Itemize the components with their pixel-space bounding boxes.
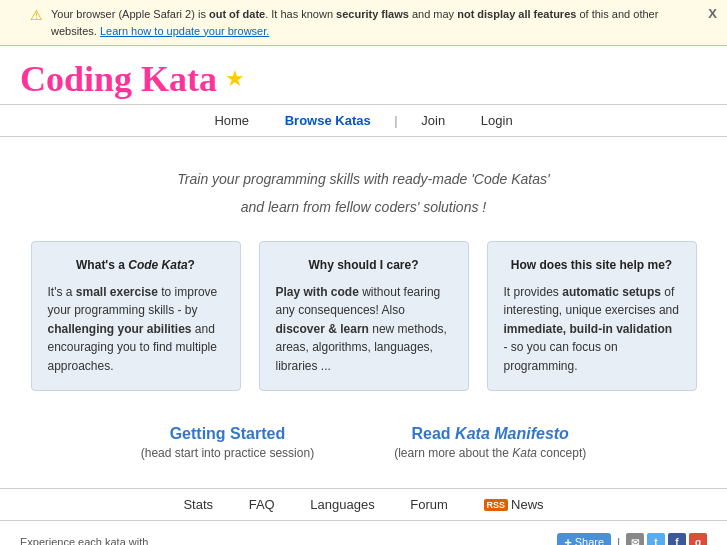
nav-divider: |: [394, 113, 397, 128]
warning-icon: ⚠: [30, 7, 43, 23]
cta-manifesto-subtitle: (learn more about the Kata concept): [394, 446, 586, 460]
cta-manifesto-title[interactable]: Read Kata Manifesto: [394, 425, 586, 443]
cta-getting-started: Getting Started (head start into practic…: [141, 425, 314, 460]
share-area: + Share | ✉ t f g: [557, 533, 707, 545]
card-why-body: Play with code without fearing any conse…: [276, 283, 452, 376]
card-what-body: It's a small exercise to improve your pr…: [48, 283, 224, 376]
hero-section: Train your programming skills with ready…: [0, 137, 727, 241]
language-list: Experience each kata with Clojure, Groov…: [20, 533, 148, 545]
cta-getting-started-title[interactable]: Getting Started: [141, 425, 314, 443]
facebook-share-icon[interactable]: f: [668, 533, 686, 545]
site-header: Coding Kata ★: [0, 46, 727, 104]
google-share-icon[interactable]: g: [689, 533, 707, 545]
main-nav: Home Browse Katas | Join Login: [0, 104, 727, 137]
nav-login[interactable]: Login: [481, 113, 513, 128]
social-icons: ✉ t f g: [626, 533, 707, 545]
title-coding: Coding: [20, 59, 141, 99]
hero-line2: and learn from fellow coders' solutions …: [40, 193, 687, 221]
title-kata: Kata: [141, 59, 217, 99]
twitter-share-icon[interactable]: t: [647, 533, 665, 545]
footer-nav-forum[interactable]: Forum: [410, 497, 448, 512]
hero-line1: Train your programming skills with ready…: [40, 165, 687, 193]
experience-label: Experience each kata with: [20, 533, 148, 545]
footer-nav-news[interactable]: RSSNews: [484, 497, 544, 512]
footer-nav-languages[interactable]: Languages: [310, 497, 374, 512]
card-why-title: Why should I care?: [276, 256, 452, 275]
share-label: Share: [575, 536, 604, 545]
share-divider: |: [617, 536, 620, 545]
cta-getting-started-subtitle: (head start into practice session): [141, 446, 314, 460]
browser-warning: ⚠ Your browser (Apple Safari 2) is out o…: [0, 0, 727, 46]
share-button[interactable]: + Share: [557, 533, 611, 545]
nav-home[interactable]: Home: [214, 113, 249, 128]
cta-section: Getting Started (head start into practic…: [0, 415, 727, 488]
warning-close-button[interactable]: X: [708, 6, 717, 21]
card-how: How does this site help me? It provides …: [487, 241, 697, 391]
rss-icon: RSS: [484, 499, 509, 511]
card-why: Why should I care? Play with code withou…: [259, 241, 469, 391]
card-how-title: How does this site help me?: [504, 256, 680, 275]
cta-kata-manifesto: Read Kata Manifesto (learn more about th…: [394, 425, 586, 460]
nav-browse-katas[interactable]: Browse Katas: [285, 113, 371, 128]
email-share-icon[interactable]: ✉: [626, 533, 644, 545]
star-icon: ★: [225, 66, 245, 92]
nav-join[interactable]: Join: [421, 113, 445, 128]
plus-icon: +: [564, 535, 572, 545]
warning-text: Your browser (Apple Safari 2) is out of …: [51, 6, 697, 39]
card-what-title: What's a Code Kata?: [48, 256, 224, 275]
update-browser-link[interactable]: Learn how to update your browser.: [100, 25, 269, 37]
footer-nav: Stats FAQ Languages Forum RSSNews: [0, 488, 727, 521]
site-title: Coding Kata: [20, 58, 217, 100]
card-what: What's a Code Kata? It's a small exercis…: [31, 241, 241, 391]
card-how-body: It provides automatic setups of interest…: [504, 283, 680, 376]
footer-nav-stats[interactable]: Stats: [183, 497, 213, 512]
info-cards: What's a Code Kata? It's a small exercis…: [0, 241, 727, 415]
footer-nav-faq[interactable]: FAQ: [249, 497, 275, 512]
bottom-section: Experience each kata with Clojure, Groov…: [0, 521, 727, 545]
